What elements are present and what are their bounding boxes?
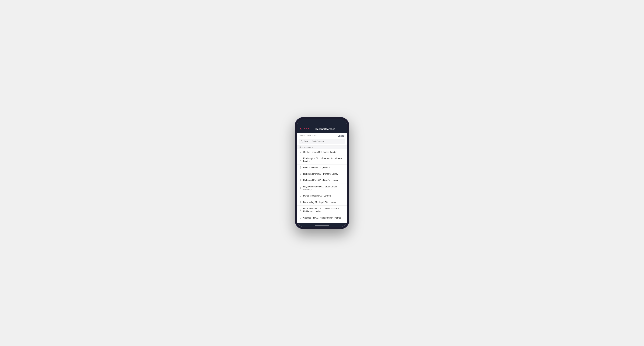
status-bar	[297, 119, 347, 126]
search-icon	[300, 140, 303, 143]
nav-title: Recent Searches	[316, 128, 335, 130]
screen-content: Find a Golf Course Cancel Nearby courses…	[297, 133, 347, 223]
cancel-button[interactable]: Cancel	[338, 135, 344, 137]
course-name: Richmond Park GC - Duke's, London	[303, 179, 338, 182]
nav-bar: clippd Recent Searches	[297, 126, 347, 133]
course-list-item[interactable]: Roehampton Club - Roehampton, Greater Lo…	[297, 156, 347, 165]
nearby-section-label: Nearby courses	[297, 145, 347, 149]
pin-icon	[300, 195, 302, 197]
course-name: Richmond Park GC - Prince's, Surrey	[303, 173, 338, 175]
course-name: Dukes Meadows GC, London	[303, 194, 331, 197]
course-name: Central London Golf Centre, London	[303, 151, 337, 154]
course-list-item[interactable]: North Middlesex GC (1011942 - North Midd…	[297, 206, 347, 215]
course-list-item[interactable]: London Scottish GC, London	[297, 165, 347, 171]
pin-icon	[300, 151, 302, 153]
course-list-item[interactable]: Dukes Meadows GC, London	[297, 193, 347, 199]
menu-icon[interactable]	[341, 128, 344, 130]
pin-icon	[300, 159, 302, 161]
course-list-item[interactable]: Richmond Park GC - Prince's, Surrey	[297, 171, 347, 177]
course-list-item[interactable]: Coombe Hill GC, Kingston upon Thames	[297, 215, 347, 221]
phone-screen: clippd Recent Searches Find a Golf Cours…	[297, 119, 347, 227]
course-name: Royal Wimbledon GC, Great London Authori…	[303, 185, 344, 191]
find-label: Find a Golf Course	[300, 135, 317, 137]
pin-icon	[300, 201, 302, 204]
course-name: Roehampton Club - Roehampton, Greater Lo…	[303, 157, 344, 163]
course-name: Coombe Hill GC, Kingston upon Thames	[303, 217, 341, 219]
app-logo: clippd	[300, 127, 310, 131]
pin-icon	[300, 209, 302, 211]
course-name: Brent Valley Municipal GC, London	[303, 201, 336, 204]
course-name: London Scottish GC, London	[303, 166, 330, 169]
course-list: Central London Golf Centre, LondonRoeham…	[297, 149, 347, 223]
pin-icon	[300, 167, 302, 169]
course-list-item[interactable]: Central London Golf Centre, London	[297, 149, 347, 156]
course-list-item[interactable]: Royal Wimbledon GC, Great London Authori…	[297, 184, 347, 193]
phone-bottom-bar	[297, 223, 347, 227]
pin-icon	[300, 179, 302, 182]
pin-icon	[300, 173, 302, 175]
pin-icon	[300, 187, 302, 189]
course-name: North Middlesex GC (1011942 - North Midd…	[303, 207, 344, 213]
search-box[interactable]	[299, 139, 345, 144]
pin-icon	[300, 217, 302, 219]
find-header: Find a Golf Course Cancel	[297, 133, 347, 138]
course-list-item[interactable]: Richmond Park GC - Duke's, London	[297, 177, 347, 184]
course-list-item[interactable]: Brent Valley Municipal GC, London	[297, 199, 347, 206]
home-indicator	[315, 225, 329, 226]
search-input[interactable]	[304, 140, 344, 143]
svg-line-1	[302, 142, 302, 142]
phone-device: clippd Recent Searches Find a Golf Cours…	[295, 117, 349, 229]
